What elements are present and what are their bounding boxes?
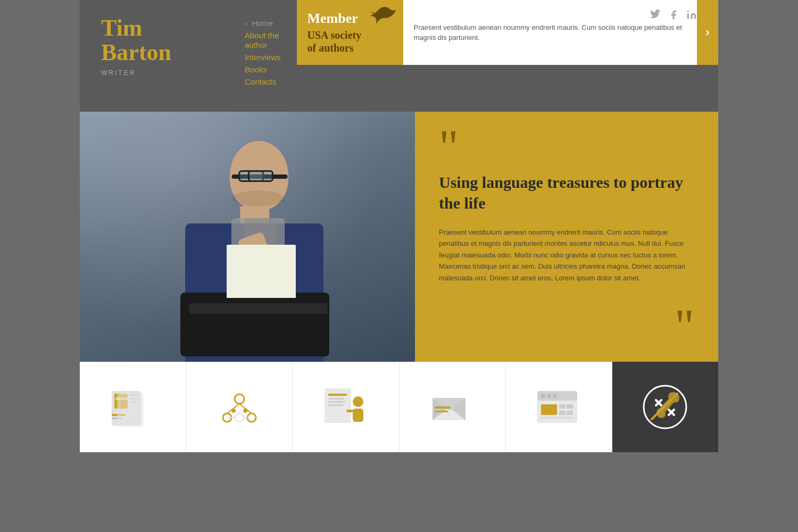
svg-rect-42 [541,417,573,419]
svg-point-35 [547,394,551,398]
nav-contacts[interactable]: Contacts [245,77,276,86]
bottom-item-network[interactable] [186,362,293,452]
nav-interviews[interactable]: Interviews [245,53,281,62]
twitter-link[interactable] [650,10,661,22]
svg-rect-31 [435,411,448,412]
newsletter-icon [428,383,476,431]
member-subtitle: USA societyof authors [307,29,393,54]
svg-point-19 [231,409,236,413]
svg-point-13 [247,413,256,422]
svg-point-20 [243,409,247,413]
nav-area: › Home About the author Interviews Books… [229,0,297,105]
svg-rect-22 [328,394,347,396]
svg-rect-40 [559,411,566,415]
svg-rect-23 [328,398,344,400]
author-role: WRITER [101,69,207,77]
svg-rect-37 [541,404,557,415]
svg-rect-9 [117,393,144,427]
svg-point-14 [235,413,244,422]
nav-about[interactable]: About the author [245,31,279,49]
header: Tim Barton WRITER › Home About the autho… [80,0,718,112]
quote-section: " Using language treasures to portray th… [415,112,718,362]
member-badge: Member USA societyof authors [297,0,403,65]
quote-body: Praesent vestibulum aenean noummy endrer… [439,227,694,304]
author-name: Tim Barton [101,16,207,65]
svg-rect-28 [346,410,353,412]
svg-point-34 [541,394,545,398]
quote-open-mark: " [439,130,694,164]
svg-rect-41 [567,411,573,415]
svg-rect-27 [353,409,363,422]
blog-icon [322,383,370,431]
hero-photo [80,112,415,362]
bottom-item-blog[interactable] [293,362,399,452]
quote-close-mark: " [439,310,694,343]
svg-point-26 [353,396,363,407]
bottom-item-media[interactable] [506,362,612,452]
svg-point-11 [235,394,244,404]
social-icons [650,10,697,22]
bottom-item-newsletter[interactable] [400,362,506,452]
quote-text: Using language treasures to portray the … [439,172,694,213]
nav-home[interactable]: › Home [245,19,273,28]
svg-rect-25 [328,404,343,406]
svg-point-0 [687,11,689,12]
bottom-strip: NEWS [80,362,718,452]
svg-rect-24 [328,401,345,403]
svg-rect-38 [559,404,566,409]
member-arrow-button[interactable]: › [697,0,718,65]
bird-icon [368,4,397,28]
tool-icon [641,383,689,431]
network-icon [215,383,263,431]
linkedin-link[interactable] [686,10,697,22]
svg-point-36 [553,394,557,398]
bottom-item-news[interactable]: NEWS [80,362,186,452]
media-icon [535,383,583,431]
news-icon: NEWS [109,383,157,431]
nav-books[interactable]: Books [245,65,267,74]
hero-section: " Using language treasures to portray th… [80,112,718,362]
facebook-link[interactable] [668,10,679,22]
svg-rect-30 [435,406,451,409]
svg-rect-39 [567,404,573,409]
logo-area: Tim Barton WRITER [80,0,229,93]
bottom-item-tool[interactable] [612,362,718,452]
